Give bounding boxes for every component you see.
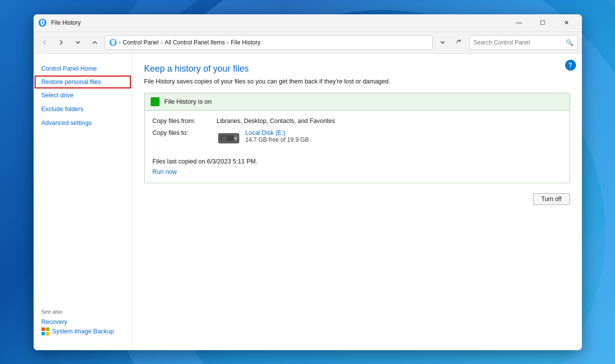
copy-from-label: Copy files from: <box>153 118 217 124</box>
breadcrumb-sep-2: › <box>161 39 163 46</box>
window-icon <box>38 18 47 28</box>
sidebar-item-control-panel-home[interactable]: Control Panel Home <box>34 62 132 76</box>
run-now-link[interactable]: Run now <box>153 168 177 175</box>
address-path[interactable]: › Control Panel › All Control Panel Item… <box>105 35 433 50</box>
sidebar-item-advanced-settings[interactable]: Advanced settings <box>34 116 132 130</box>
help-button[interactable]: ? <box>565 60 576 71</box>
drive-details: Local Disk (E:) 14.7 GB free of 19.9 GB <box>246 129 309 143</box>
drive-size: 14.7 GB free of 19.9 GB <box>246 136 309 143</box>
back-button[interactable] <box>38 36 51 49</box>
page-subtitle: File History saves copies of your files … <box>144 78 570 85</box>
title-bar: File History — ☐ ✕ <box>34 14 582 32</box>
search-input[interactable] <box>474 39 564 46</box>
content-area: ? Keep a history of your files File Hist… <box>132 54 582 350</box>
sidebar-item-restore-personal-files[interactable]: Restore personal files <box>35 76 131 88</box>
main-content: Control Panel Home Restore personal file… <box>34 54 582 350</box>
minimize-button[interactable]: — <box>508 15 531 31</box>
see-also-section: See also Recovery System Image Backup <box>34 303 132 342</box>
breadcrumb-all-items[interactable]: All Control Panel Items <box>164 39 225 46</box>
svg-rect-5 <box>46 332 49 335</box>
sidebar-spacer <box>34 130 132 303</box>
window-controls: — ☐ ✕ <box>508 15 578 31</box>
address-dropdown-button[interactable] <box>436 36 450 49</box>
sidebar-item-exclude-folders[interactable]: Exclude folders <box>34 102 132 116</box>
copy-to-label: Copy files to: <box>153 129 217 136</box>
status-body: Copy files from: Libraries, Desktop, Con… <box>145 111 570 183</box>
refresh-button[interactable] <box>452 36 466 49</box>
copy-to-row: Copy files to: <box>153 129 562 153</box>
copy-from-value: Libraries, Desktop, Contacts, and Favori… <box>217 118 335 124</box>
recent-locations-button[interactable] <box>71 36 85 49</box>
svg-point-10 <box>235 137 237 139</box>
drive-info-row: Local Disk (E:) 14.7 GB free of 19.9 GB <box>217 129 309 147</box>
window-title: File History <box>51 19 508 26</box>
breadcrumb-control-panel[interactable]: Control Panel <box>123 39 159 46</box>
copy-from-row: Copy files from: Libraries, Desktop, Con… <box>153 118 562 124</box>
search-box[interactable]: 🔍 <box>469 35 578 50</box>
status-panel: File History is on Copy files from: Libr… <box>144 93 570 183</box>
up-button[interactable] <box>88 36 102 49</box>
close-button[interactable]: ✕ <box>555 15 578 31</box>
forward-button[interactable] <box>54 36 68 49</box>
status-header: File History is on <box>145 93 570 111</box>
maximize-button[interactable]: ☐ <box>532 15 554 31</box>
turn-off-row: Turn off <box>144 193 570 205</box>
sidebar: Control Panel Home Restore personal file… <box>34 54 132 350</box>
status-indicator <box>151 97 160 106</box>
turn-off-button[interactable]: Turn off <box>533 193 570 205</box>
last-copied-text: Files last copied on 6/3/2023 5:11 PM. <box>153 158 562 165</box>
see-also-label: See also <box>41 309 124 315</box>
see-also-recovery[interactable]: Recovery <box>41 318 124 326</box>
sidebar-item-select-drive[interactable]: Select drive <box>34 88 132 102</box>
svg-rect-2 <box>41 327 45 331</box>
drive-name[interactable]: Local Disk (E:) <box>246 129 309 136</box>
breadcrumb-file-history[interactable]: File History <box>231 39 260 46</box>
page-title: Keep a history of your files <box>144 64 570 74</box>
status-text: File History is on <box>164 98 212 105</box>
breadcrumb-sep-1: › <box>119 39 121 46</box>
svg-rect-4 <box>41 332 45 335</box>
main-window: File History — ☐ ✕ › Control Panel › <box>34 14 582 350</box>
see-also-system-image-backup[interactable]: System Image Backup <box>41 326 124 336</box>
address-bar: › Control Panel › All Control Panel Item… <box>34 32 582 54</box>
search-icon[interactable]: 🔍 <box>566 39 574 46</box>
drive-icon <box>217 129 241 147</box>
svg-rect-3 <box>46 327 49 331</box>
breadcrumb-sep-3: › <box>227 39 229 46</box>
